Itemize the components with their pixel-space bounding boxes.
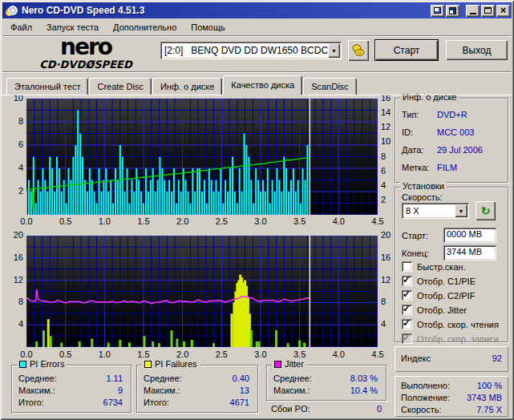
- disc-info-group: Инф. о диске Тип:DVD+RID:MCC 003Дата:29 …: [395, 98, 508, 183]
- tab-scandisc[interactable]: ScanDisc: [303, 78, 356, 95]
- x-axis-tick: 0.0: [14, 349, 38, 359]
- index-label: Индекс: [401, 353, 431, 363]
- disc-info-row-label: ID:: [402, 127, 413, 137]
- checkbox-fast-scan[interactable]: Быстр.скан.: [402, 261, 466, 272]
- disc-info-row-label: Дата:: [402, 145, 423, 155]
- drive-select[interactable]: [2:0] BENQ DVD DD DW1650 BCDC ▼: [160, 42, 342, 59]
- stat-row-value: 6734: [103, 398, 123, 407]
- x-axis-tick: 2.5: [209, 216, 233, 226]
- menu-item-help[interactable]: Помощь: [184, 21, 233, 34]
- x-axis-tick: 1.5: [132, 349, 156, 359]
- progress-row-value: 7.75 X: [476, 405, 502, 414]
- tab-bar: Эталонный тестCreate DiscИнф. о дискеКач…: [6, 75, 358, 95]
- disc-info-row-value: 29 Jul 2006: [437, 145, 483, 155]
- checkbox-label: Отобр. C1/PIE: [417, 277, 476, 286]
- y-axis-left-tick: 6: [4, 139, 23, 149]
- pi-errors-legend-swatch-icon: [19, 361, 26, 368]
- speed-select-dropdown-button[interactable]: ▼: [455, 204, 467, 217]
- pi-failures-jitter-chart: [26, 236, 378, 347]
- maximize-button[interactable]: [481, 5, 495, 17]
- separator: [2, 71, 512, 73]
- graph-view-button[interactable]: [431, 5, 444, 17]
- speed-label: Скорость:: [402, 192, 443, 202]
- pi-failures-legend-swatch-icon: [144, 361, 152, 368]
- end-position-label: Конец:: [402, 248, 429, 258]
- x-axis-tick: 4.5: [366, 349, 390, 359]
- maximize-icon: [484, 7, 492, 14]
- check-mark-icon: ✓: [403, 332, 411, 343]
- stat-row-label: Максим.:: [273, 386, 310, 395]
- menu-item-file[interactable]: Файл: [3, 21, 39, 34]
- chevron-down-icon: ▼: [331, 48, 337, 54]
- start-button[interactable]: Старт: [375, 40, 438, 60]
- x-axis-tick: 3.5: [288, 349, 312, 359]
- close-button[interactable]: ×: [496, 5, 510, 17]
- checkbox-label: Отобр. Jitter: [417, 305, 467, 315]
- tab-disc-quality[interactable]: Качество диска: [223, 75, 302, 95]
- tab-create-disc[interactable]: Create Disc: [89, 78, 151, 95]
- checkbox-show-read-speed[interactable]: ✓Отобр. скор. чтения: [402, 319, 499, 329]
- tab-benchmark[interactable]: Эталонный тест: [6, 78, 88, 95]
- burn-tool-button[interactable]: [348, 40, 369, 61]
- title-bar: Nero CD-DVD Speed 4.51.3 ×: [2, 2, 512, 18]
- start-position-field[interactable]: 0000 MB: [443, 228, 496, 243]
- check-mark-icon: ✓: [403, 317, 411, 329]
- exit-button[interactable]: Выход: [446, 40, 508, 60]
- checkbox-box[interactable]: ✓: [402, 305, 412, 315]
- x-axis-tick: 1.0: [92, 216, 116, 226]
- drive-select-dropdown-button[interactable]: ▼: [328, 43, 340, 58]
- po-failures-label: Сбои PO:: [271, 404, 310, 414]
- tab-disc-info[interactable]: Инф. о диске: [152, 78, 222, 95]
- progress-row-label: Выполнено:: [401, 381, 450, 390]
- refresh-icon: ↻: [481, 204, 491, 217]
- stat-row-value: 8.03 %: [350, 374, 378, 383]
- nero-disc-flame-icon: [6, 5, 18, 17]
- minimize-icon: [470, 9, 476, 14]
- disc-info-row-value: FILM: [437, 163, 457, 172]
- speed-select[interactable]: 8 X ▼: [402, 203, 469, 219]
- nero-logo-subtitle: CD·DVDØSPEED: [18, 59, 154, 70]
- checkbox-label: Отобр. скор. чтения: [417, 320, 499, 329]
- checkbox-box[interactable]: [402, 261, 412, 272]
- tab-strip-line: [2, 95, 512, 95]
- stat-row-value: 0.40: [233, 374, 249, 383]
- checkbox-box[interactable]: ✓: [402, 319, 412, 329]
- y-axis-left-tick: 16: [4, 252, 23, 262]
- check-mark-icon: ✓: [403, 303, 411, 314]
- x-axis-tick: 2.0: [171, 349, 195, 359]
- checkbox-show-jitter[interactable]: ✓Отобр. Jitter: [402, 305, 467, 315]
- end-position-field[interactable]: 3744 MB: [443, 245, 496, 260]
- menu-item-extra[interactable]: Дополнительно: [106, 21, 184, 34]
- stat-row-label: Среднее:: [18, 374, 57, 383]
- refresh-speeds-button[interactable]: ↻: [476, 201, 496, 220]
- chart-icon: [434, 7, 441, 14]
- checkbox-label: Быстр.скан.: [417, 262, 466, 272]
- menu-item-run-test[interactable]: Запуск теста: [39, 21, 106, 34]
- x-axis-tick: 0.5: [54, 216, 78, 226]
- progress-row-label: Скорость:: [401, 405, 442, 414]
- y-axis-left-tick: 8: [4, 297, 23, 306]
- settings-group: Установки Скорость: 8 X ▼ ↻ Старт: 0000 …: [395, 187, 508, 342]
- save-button[interactable]: [446, 5, 459, 17]
- stats-group-jitter: JitterСреднее:8.03 %Максим.:10.4 %: [266, 365, 387, 401]
- window-title: Nero CD-DVD Speed 4.51.3: [22, 5, 431, 16]
- chevron-down-icon: ▼: [459, 208, 464, 214]
- menu-bar: ФайлЗапуск тестаДополнительноПомощь: [3, 20, 233, 34]
- minimize-button[interactable]: [466, 5, 480, 17]
- stat-row-value: 4671: [230, 398, 249, 407]
- x-axis-tick: 1.5: [132, 216, 156, 226]
- check-mark-icon: ✓: [403, 289, 411, 300]
- x-axis-tick: 4.0: [326, 349, 350, 359]
- x-axis-tick: 2.0: [171, 216, 195, 226]
- x-axis-tick: 3.5: [288, 216, 312, 226]
- x-axis-tick: 0.5: [54, 349, 78, 359]
- checkbox-show-c1-pie[interactable]: ✓Отобр. C1/PIE: [402, 276, 476, 286]
- checkbox-show-c2-pif[interactable]: ✓Отобр. C2/PIF: [402, 290, 475, 301]
- disc-info-row-value: MCC 003: [437, 127, 474, 137]
- index-panel: Индекс 92: [395, 346, 508, 372]
- stats-group-title: Jitter: [272, 359, 306, 369]
- checkbox-box[interactable]: ✓: [402, 290, 412, 301]
- checkbox-box[interactable]: ✓: [402, 276, 412, 286]
- disc-info-row-label: Метка:: [402, 163, 429, 172]
- stat-row-value: 13: [240, 386, 249, 395]
